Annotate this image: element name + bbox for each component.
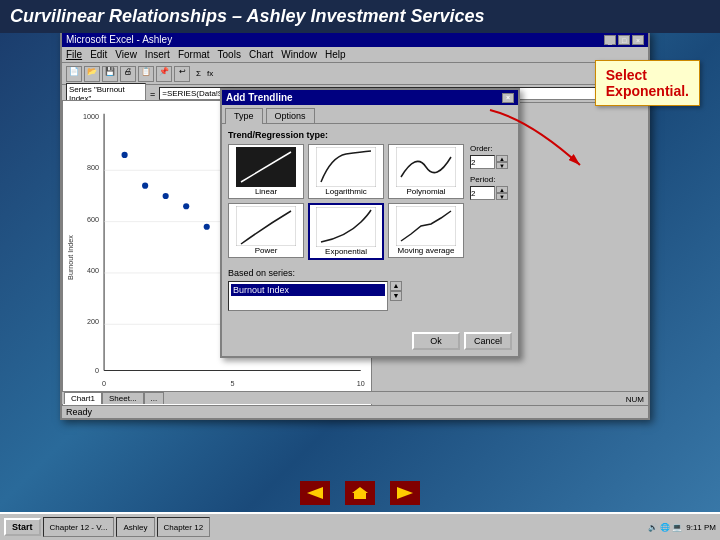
order-period-panel: Order: ▲ ▼ Period: ▲ <box>470 144 508 260</box>
scroll-down[interactable]: ▼ <box>390 291 402 301</box>
svg-marker-37 <box>397 487 413 499</box>
home-button[interactable] <box>345 481 375 505</box>
toolbar-new[interactable]: 📄 <box>66 66 82 82</box>
trendline-exponential[interactable]: Exponential <box>308 203 384 260</box>
maximize-button[interactable]: □ <box>618 35 630 45</box>
sheet-tabs: Chart1 Sheet... ... <box>62 392 164 404</box>
callout-line2: Exponential. <box>606 83 689 99</box>
svg-rect-30 <box>316 147 376 187</box>
trendline-linear[interactable]: Linear <box>228 144 304 199</box>
sheet-tab-sheet[interactable]: Sheet... <box>102 392 144 404</box>
moving-average-preview <box>396 206 456 246</box>
sheet-tab-area: Chart1 Sheet... ... NUM <box>62 391 648 404</box>
order-input[interactable] <box>470 155 495 169</box>
close-button[interactable]: × <box>632 35 644 45</box>
taskbar-item-chapter12v[interactable]: Chapter 12 - V... <box>43 517 115 537</box>
dialog-buttons: Ok Cancel <box>412 332 512 350</box>
menu-edit[interactable]: Edit <box>90 49 107 60</box>
toolbar-sigma[interactable]: Σ <box>196 69 201 78</box>
taskbar-item-chapter12[interactable]: Chapter 12 <box>157 517 211 537</box>
start-button[interactable]: Start <box>4 518 41 536</box>
menu-tools[interactable]: Tools <box>218 49 241 60</box>
status-bar: Ready <box>62 405 648 418</box>
period-down[interactable]: ▼ <box>496 193 508 200</box>
svg-text:Burnout Index: Burnout Index <box>67 235 75 280</box>
toolbar-copy[interactable]: 📋 <box>138 66 154 82</box>
menu-insert[interactable]: Insert <box>145 49 170 60</box>
menu-help[interactable]: Help <box>325 49 346 60</box>
based-on-section: Based on series: Burnout Index ▲ ▼ <box>228 268 512 311</box>
excel-window-title: Microsoft Excel - Ashley <box>66 34 172 45</box>
svg-point-18 <box>183 203 189 209</box>
ok-button[interactable]: Ok <box>412 332 460 350</box>
slide-title: Curvilinear Relationships – Ashley Inves… <box>0 0 720 33</box>
taskbar-right: 🔊 🌐 💻 9:11 PM <box>648 523 716 532</box>
taskbar-clock: 9:11 PM <box>686 523 716 532</box>
order-spinner: ▲ ▼ <box>496 155 508 169</box>
svg-text:1000: 1000 <box>83 113 99 121</box>
toolbar-save[interactable]: 💾 <box>102 66 118 82</box>
svg-point-19 <box>204 224 210 230</box>
period-up[interactable]: ▲ <box>496 186 508 193</box>
sheet-tab-chart1[interactable]: Chart1 <box>64 392 102 404</box>
period-input[interactable] <box>470 186 495 200</box>
period-group: Period: ▲ ▼ <box>470 175 508 200</box>
dialog-titlebar: Add Trendline × <box>222 90 518 105</box>
cancel-button[interactable]: Cancel <box>464 332 512 350</box>
toolbar-print[interactable]: 🖨 <box>120 66 136 82</box>
svg-text:200: 200 <box>87 318 99 326</box>
svg-text:10: 10 <box>357 380 365 388</box>
order-group: Order: ▲ ▼ <box>470 144 508 169</box>
taskbar-item-ashley[interactable]: Ashley <box>116 517 154 537</box>
menu-file[interactable]: File <box>66 49 82 60</box>
window-controls: _ □ × <box>604 35 644 45</box>
svg-marker-36 <box>352 487 368 499</box>
title-text: Curvilinear Relationships – Ashley Inves… <box>10 6 485 26</box>
prev-button[interactable] <box>300 481 330 505</box>
trendline-logarithmic[interactable]: Logarithmic <box>308 144 384 199</box>
menu-window[interactable]: Window <box>281 49 317 60</box>
trendline-type-grid: Linear Power Lo <box>228 144 512 260</box>
start-label: Start <box>12 522 33 532</box>
svg-point-15 <box>122 152 128 158</box>
trendline-moving-average[interactable]: Moving average <box>388 203 464 258</box>
trendline-polynomial[interactable]: Polynomial <box>388 144 464 199</box>
toolbar-undo[interactable]: ↩ <box>174 66 190 82</box>
polynomial-preview <box>396 147 456 187</box>
based-on-control: Burnout Index ▲ ▼ <box>228 281 512 311</box>
dialog-content: Trend/Regression type: Linear <box>222 124 518 317</box>
num-lock-indicator: NUM <box>626 395 648 404</box>
dialog-tab-options[interactable]: Options <box>266 108 315 123</box>
scroll-up[interactable]: ▲ <box>390 281 402 291</box>
toolbar-open[interactable]: 📂 <box>84 66 100 82</box>
menu-view[interactable]: View <box>115 49 137 60</box>
sheet-tab-more[interactable]: ... <box>144 392 165 404</box>
based-on-item[interactable]: Burnout Index <box>231 284 385 296</box>
list-scrollbar: ▲ ▼ <box>390 281 402 301</box>
dialog-tab-type[interactable]: Type <box>225 108 263 124</box>
prev-icon <box>305 485 325 501</box>
period-control: ▲ ▼ <box>470 186 508 200</box>
order-down[interactable]: ▼ <box>496 162 508 169</box>
toolbar-paste[interactable]: 📌 <box>156 66 172 82</box>
logarithmic-preview <box>316 147 376 187</box>
next-icon <box>395 485 415 501</box>
toolbar-fx[interactable]: fx <box>207 69 213 78</box>
trendline-col-2: Logarithmic Exponential <box>308 144 384 260</box>
svg-point-16 <box>142 183 148 189</box>
menu-chart[interactable]: Chart <box>249 49 273 60</box>
svg-text:400: 400 <box>87 267 99 275</box>
callout-box: Select Exponential. <box>595 60 700 106</box>
order-control: ▲ ▼ <box>470 155 508 169</box>
minimize-button[interactable]: _ <box>604 35 616 45</box>
next-button[interactable] <box>390 481 420 505</box>
order-label: Order: <box>470 144 508 153</box>
dialog-close-button[interactable]: × <box>502 93 514 103</box>
status-text: Ready <box>66 407 92 417</box>
trendline-col-1: Linear Power <box>228 144 304 260</box>
menu-format[interactable]: Format <box>178 49 210 60</box>
period-label: Period: <box>470 175 508 184</box>
based-on-list[interactable]: Burnout Index <box>228 281 388 311</box>
order-up[interactable]: ▲ <box>496 155 508 162</box>
trendline-power[interactable]: Power <box>228 203 304 258</box>
